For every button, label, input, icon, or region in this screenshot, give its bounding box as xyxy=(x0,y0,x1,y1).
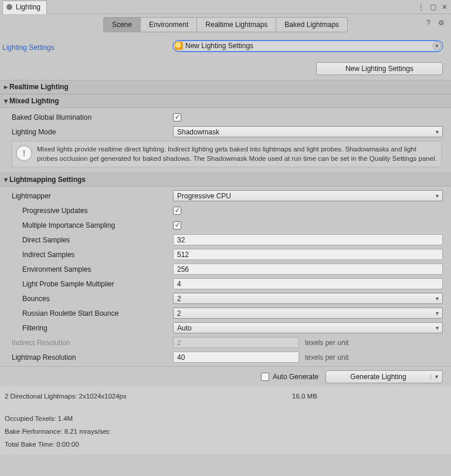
asset-name: New Lighting Settings xyxy=(185,42,253,50)
lightmapper-dropdown[interactable]: Progressive CPU xyxy=(173,190,443,201)
texels-suffix: texels per unit xyxy=(305,353,440,362)
stats-lightmaps: 2 Directional Lightmaps: 2x1024x1024px xyxy=(5,393,292,400)
baked-gi-label: Baked Global Illumination xyxy=(12,113,91,121)
generate-lighting-button[interactable]: Generate Lighting ▼ xyxy=(325,370,443,383)
tab-baked-lightmaps[interactable]: Baked Lightmaps xyxy=(276,17,348,32)
progressive-updates-label: Progressive Updates xyxy=(22,207,87,215)
close-icon[interactable]: ✕ xyxy=(440,3,449,11)
section-lightmapping-settings[interactable]: Lightmapping Settings xyxy=(0,173,451,187)
direct-samples-input[interactable]: 32 xyxy=(173,234,443,245)
lightmap-res-input[interactable]: 40 xyxy=(173,352,299,363)
window-tab-lighting[interactable]: Lighting xyxy=(2,1,47,14)
filtering-dropdown[interactable]: Auto xyxy=(173,322,443,333)
object-picker-icon[interactable] xyxy=(433,42,441,50)
indirect-res-input: 2 xyxy=(173,337,299,348)
window-title: Lighting xyxy=(16,3,40,11)
auto-generate-checkbox[interactable] xyxy=(261,373,269,381)
new-lighting-settings-button[interactable]: New Lighting Settings xyxy=(316,62,443,75)
texels-suffix: texels per unit xyxy=(305,339,440,347)
bake-stats: 2 Directional Lightmaps: 2x1024x1024px 1… xyxy=(0,386,451,454)
indirect-samples-label: Indirect Samples xyxy=(22,251,74,259)
lp-multiplier-label: Light Probe Sample Multiplier xyxy=(22,280,114,288)
foldout-icon xyxy=(2,175,9,184)
mis-checkbox[interactable] xyxy=(173,221,181,229)
lighting-settings-asset-field[interactable]: New Lighting Settings xyxy=(173,40,443,52)
foldout-icon xyxy=(2,83,9,91)
bounces-dropdown[interactable]: 2 xyxy=(173,293,443,304)
bounces-label: Bounces xyxy=(22,295,50,303)
mixed-lighting-info: ! Mixed lights provide realtime direct l… xyxy=(12,141,442,167)
panel-tabs: Scene Environment Realtime Lightmaps Bak… xyxy=(0,14,451,34)
rr-dropdown[interactable]: 2 xyxy=(173,308,443,319)
section-realtime-lighting[interactable]: Realtime Lighting xyxy=(0,80,451,94)
window-titlebar: Lighting ⋮ ▢ ✕ xyxy=(0,0,451,14)
lighting-mode-dropdown[interactable]: Shadowmask xyxy=(173,126,443,137)
asset-icon xyxy=(175,42,183,50)
stats-time: Total Bake Time: 0:00:00 xyxy=(5,441,79,448)
env-samples-input[interactable]: 256 xyxy=(173,264,443,275)
tab-scene[interactable]: Scene xyxy=(103,17,141,32)
help-icon[interactable]: ? xyxy=(426,19,435,27)
progressive-updates-checkbox[interactable] xyxy=(173,207,181,215)
tab-environment[interactable]: Environment xyxy=(140,17,197,32)
mis-label: Multiple Importance Sampling xyxy=(22,221,115,229)
indirect-res-label: Indirect Resolution xyxy=(12,339,70,347)
lighting-settings-link[interactable]: Lighting Settings xyxy=(1,36,173,55)
stats-occupied: Occupied Texels: 1.4M xyxy=(5,415,73,422)
footer-bar: Auto Generate Generate Lighting ▼ xyxy=(0,366,451,386)
tab-realtime-lightmaps[interactable]: Realtime Lightmaps xyxy=(196,17,276,32)
lightmapper-label: Lightmapper xyxy=(12,192,51,200)
env-samples-label: Environment Samples xyxy=(22,265,91,274)
dropdown-arrow-icon[interactable]: ▼ xyxy=(430,374,442,380)
baked-gi-checkbox[interactable] xyxy=(173,113,181,121)
kebab-menu-icon[interactable]: ⋮ xyxy=(417,3,425,11)
lightmap-res-label: Lightmap Resolution xyxy=(12,353,76,362)
rr-label: Russian Roulette Start Bounce xyxy=(22,309,118,318)
filtering-label: Filtering xyxy=(22,324,48,332)
lighting-mode-label: Lighting Mode xyxy=(12,128,56,136)
lp-multiplier-input[interactable]: 4 xyxy=(173,278,443,289)
stats-size: 16.0 MB xyxy=(292,393,317,400)
lightbulb-icon xyxy=(6,4,12,10)
section-mixed-lighting[interactable]: Mixed Lighting xyxy=(0,94,451,108)
indirect-samples-input[interactable]: 512 xyxy=(173,249,443,260)
gear-icon[interactable]: ⚙ xyxy=(438,19,446,27)
info-icon: ! xyxy=(16,145,32,161)
stats-performance: Bake Performance: 8.21 mrays/sec xyxy=(5,428,110,435)
direct-samples-label: Direct Samples xyxy=(22,236,70,244)
maximize-icon[interactable]: ▢ xyxy=(429,3,437,11)
auto-generate-label: Auto Generate xyxy=(273,373,318,381)
foldout-icon xyxy=(2,97,9,105)
